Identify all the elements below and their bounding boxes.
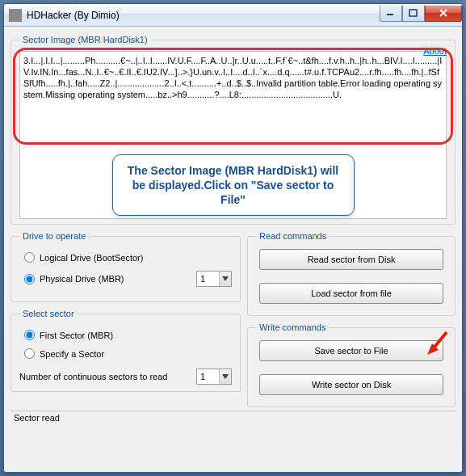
write-commands-group: Write commands Save sector to File Write… (247, 322, 456, 407)
load-sector-button[interactable]: Load sector from file (259, 283, 443, 304)
first-sector-label: First Sector (MBR) (40, 331, 113, 340)
svg-rect-1 (409, 10, 417, 16)
maximize-button[interactable] (402, 6, 425, 22)
app-window: HDHacker (By Dimio) Sector Image (MBR Ha… (3, 3, 463, 473)
logical-drive-label: Logical Drive (BootSector) (40, 253, 143, 263)
write-sector-button[interactable]: Write sector on Disk (259, 374, 443, 395)
minimize-button[interactable] (380, 6, 402, 22)
drive-number-value: 1 (197, 274, 219, 284)
app-icon (9, 9, 22, 22)
drive-number-combo[interactable]: 1 (196, 271, 232, 287)
write-commands-legend: Write commands (256, 322, 329, 332)
chevron-down-icon (219, 369, 231, 384)
title-bar[interactable]: HDHacker (By Dimio) (4, 4, 462, 27)
num-sectors-value: 1 (197, 372, 219, 381)
sector-image-legend: Sector Image (MBR HardDisk1) (19, 35, 151, 44)
first-sector-radio[interactable] (24, 330, 35, 340)
close-button[interactable] (425, 6, 462, 22)
window-title: HDHacker (By Dimio) (27, 10, 380, 21)
sector-image-group: Sector Image (MBR HardDisk1) About 3.I..… (10, 35, 456, 225)
num-sectors-label: Number of continuous sectors to read (19, 372, 196, 381)
num-sectors-combo[interactable]: 1 (196, 369, 232, 385)
save-sector-button[interactable]: Save sector to File (259, 340, 443, 361)
specify-sector-label: Specify a Sector (40, 349, 104, 359)
status-bar: Sector read (10, 411, 456, 427)
logical-drive-radio[interactable] (24, 252, 35, 263)
select-sector-legend: Select sector (19, 309, 78, 318)
chevron-down-icon (219, 272, 231, 286)
physical-drive-radio[interactable] (24, 274, 35, 284)
drive-group: Drive to operate Logical Drive (BootSect… (10, 231, 241, 302)
annotation-callout: The Sector Image (MBR HardDisk1) will be… (112, 154, 355, 216)
read-commands-legend: Read commands (256, 231, 330, 241)
select-sector-group: Select sector First Sector (MBR) Specify… (10, 309, 241, 392)
client-area: Sector Image (MBR HardDisk1) About 3.I..… (4, 27, 462, 472)
controls-row: Drive to operate Logical Drive (BootSect… (10, 228, 456, 411)
read-sector-button[interactable]: Read sector from Disk (259, 249, 443, 270)
physical-drive-label: Physical Drive (MBR) (40, 274, 124, 284)
drive-legend: Drive to operate (19, 231, 89, 241)
window-controls (380, 6, 462, 22)
specify-sector-radio[interactable] (24, 348, 35, 359)
read-commands-group: Read commands Read sector from Disk Load… (247, 231, 456, 316)
svg-rect-0 (387, 14, 393, 15)
about-link[interactable]: About (423, 46, 447, 56)
